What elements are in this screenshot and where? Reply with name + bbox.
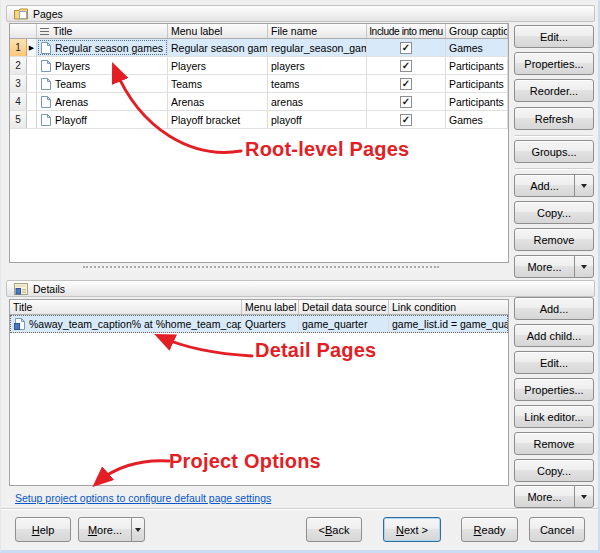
detail-properties-button[interactable]: Properties... [514, 378, 594, 401]
column-header-title[interactable]: Title [10, 300, 242, 314]
cell-menu-label[interactable]: Playoff bracket [168, 111, 268, 128]
row-marker-cell [27, 57, 37, 74]
cell-title[interactable]: Arenas [37, 93, 168, 110]
edit-button[interactable]: Edit... [514, 25, 594, 48]
divider [515, 135, 593, 136]
cell-menu-label[interactable]: Players [168, 57, 268, 74]
reorder-button[interactable]: Reorder... [514, 79, 594, 102]
details-panel-title: Details [33, 283, 65, 295]
annotation-project-options: Project Options [169, 450, 321, 473]
checkbox-checked[interactable]: ✓ [400, 42, 412, 54]
next-button[interactable]: Next > [383, 517, 441, 542]
cell-file-name[interactable]: playoff [268, 111, 367, 128]
cell-title[interactable]: Teams [37, 75, 168, 92]
pages-panel-title: Pages [33, 8, 63, 20]
detail-more-button[interactable]: More... [514, 485, 575, 508]
details-panel-header: Details [6, 280, 595, 297]
detail-link-editor-button[interactable]: Link editor... [514, 405, 594, 428]
column-header-group-caption[interactable]: Group caption [446, 24, 508, 38]
row-marker-cell [27, 111, 37, 128]
groups-button[interactable]: Groups... [514, 140, 594, 163]
cell-include-into-menu[interactable]: ✓ [367, 111, 446, 128]
detail-page-icon [14, 318, 25, 330]
page-icon [41, 60, 51, 72]
column-header-menu-label[interactable]: Menu label [168, 24, 268, 38]
cell-title[interactable]: %away_team_caption% at %home_team_captio… [10, 315, 242, 332]
copy-button[interactable]: Copy... [514, 201, 594, 224]
remove-button[interactable]: Remove [514, 228, 594, 251]
dropdown-arrow-icon [581, 495, 587, 499]
properties-button[interactable]: Properties... [514, 52, 594, 75]
checkbox-checked[interactable]: ✓ [400, 96, 412, 108]
add-button[interactable]: Add... [514, 174, 575, 197]
cell-title[interactable]: Playoff [37, 111, 168, 128]
column-header-file-name[interactable]: File name [268, 24, 367, 38]
column-header-link-condition[interactable]: Link condition [389, 300, 508, 314]
table-row[interactable]: 3 Teams Teams teams ✓ Participants [10, 75, 508, 93]
page-icon [41, 78, 51, 90]
table-row[interactable]: 2 Players Players players ✓ Participants [10, 57, 508, 75]
back-button[interactable]: < Back [306, 517, 362, 542]
cell-menu-label[interactable]: Regular season games [168, 39, 268, 56]
cell-include-into-menu[interactable]: ✓ [367, 57, 446, 74]
cell-group-caption[interactable]: Games [446, 39, 508, 56]
cell-group-caption[interactable]: Participants [446, 93, 508, 110]
table-row[interactable]: 4 Arenas Arenas arenas ✓ Participants [10, 93, 508, 111]
column-header-detail-data-source[interactable]: Detail data source [299, 300, 389, 314]
cell-menu-label[interactable]: Arenas [168, 93, 268, 110]
annotation-detail-pages: Detail Pages [255, 339, 376, 362]
cell-file-name[interactable]: arenas [268, 93, 367, 110]
cell-title[interactable]: Players [37, 57, 168, 74]
cell-group-caption[interactable]: Participants [446, 75, 508, 92]
ready-button[interactable]: Ready [461, 517, 518, 542]
cell-detail-data-source[interactable]: game_quarter [299, 315, 389, 332]
cell-link-condition[interactable]: game_list.id = game_quarter.g [389, 315, 508, 332]
page-icon [41, 114, 51, 126]
detail-edit-button[interactable]: Edit... [514, 351, 594, 374]
detail-form-icon [14, 283, 28, 295]
cell-group-caption[interactable]: Participants [446, 57, 508, 74]
checkbox-checked[interactable]: ✓ [400, 60, 412, 72]
cell-title[interactable]: Regular season games [37, 39, 168, 56]
cell-include-into-menu[interactable]: ✓ [367, 75, 446, 92]
dropdown-arrow-icon [581, 184, 587, 188]
row-marker-cell [27, 75, 37, 92]
cell-file-name[interactable]: teams [268, 75, 367, 92]
cell-menu-label[interactable]: Teams [168, 75, 268, 92]
detail-add-button[interactable]: Add... [514, 297, 594, 320]
table-row[interactable]: 5 Playoff Playoff bracket playoff ✓ Game… [10, 111, 508, 129]
page-icon [41, 96, 51, 108]
help-button[interactable]: Help [15, 517, 71, 542]
page-builder-dialog: Pages Title Menu label File name Include… [0, 0, 600, 553]
cell-include-into-menu[interactable]: ✓ [367, 93, 446, 110]
cancel-button[interactable]: Cancel [529, 517, 585, 542]
cell-file-name[interactable]: regular_season_games [268, 39, 367, 56]
cell-group-caption[interactable]: Games [446, 111, 508, 128]
pages-panel-header: Pages [6, 5, 595, 22]
detail-copy-button[interactable]: Copy... [514, 459, 594, 482]
detail-add-child-button[interactable]: Add child... [514, 324, 594, 347]
table-row[interactable]: 1 ▶ Regular season games Regular season … [10, 39, 508, 57]
checkbox-checked[interactable]: ✓ [400, 114, 412, 126]
add-dropdown-button[interactable] [574, 174, 594, 197]
footer-more-dropdown-button[interactable] [131, 517, 145, 542]
detail-more-dropdown-button[interactable] [574, 485, 594, 508]
more-dropdown-button[interactable] [574, 255, 594, 278]
table-row[interactable]: %away_team_caption% at %home_team_captio… [10, 315, 508, 333]
row-marker-cell [27, 93, 37, 110]
setup-project-options-link[interactable]: Setup project options to configure defau… [15, 492, 271, 504]
cell-menu-label[interactable]: Quarters [242, 315, 299, 332]
more-button[interactable]: More... [514, 255, 575, 278]
refresh-button[interactable]: Refresh [514, 107, 594, 130]
indicator-header-cell [10, 24, 37, 38]
detail-remove-button[interactable]: Remove [514, 432, 594, 455]
footer-more-button[interactable]: More... [78, 517, 132, 542]
panel-splitter-handle[interactable] [83, 266, 439, 269]
column-header-menu-label[interactable]: Menu label [242, 300, 299, 314]
column-header-title[interactable]: Title [37, 24, 168, 38]
column-header-include-into-menu[interactable]: Include into menu [367, 24, 446, 38]
cell-include-into-menu[interactable]: ✓ [367, 39, 446, 56]
checkbox-checked[interactable]: ✓ [400, 78, 412, 90]
row-number: 2 [10, 57, 27, 74]
cell-file-name[interactable]: players [268, 57, 367, 74]
